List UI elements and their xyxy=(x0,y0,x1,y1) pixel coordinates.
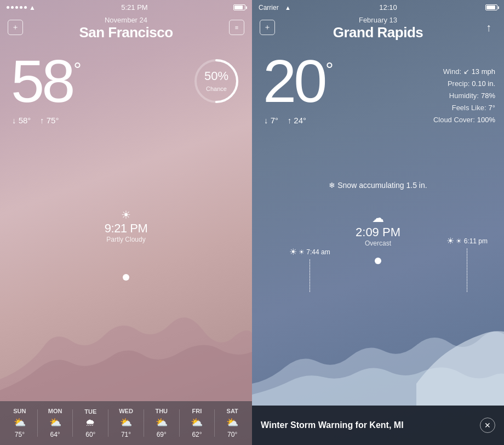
day-name-fri-l: FRI xyxy=(192,408,202,414)
day-icon-tue-l: 🌧 xyxy=(85,417,95,429)
status-left-r: Carrier ▲ xyxy=(259,4,291,12)
phone-right: Carrier ▲ 12:10 ＋ ↑ February 13 Grand Ra… xyxy=(252,0,504,445)
hi-temp-left: ↑ 75° xyxy=(40,116,59,125)
sunrise-marker: ☀ ☀ 7:44 am xyxy=(289,247,330,294)
wind-label: Wind: xyxy=(443,66,461,78)
day-temp-fri-l: 62° xyxy=(192,431,202,438)
lo-temp-left: ↓ 58° xyxy=(12,116,31,125)
sunset-icon-group: ☀ ☀ 6:11 pm xyxy=(446,236,488,246)
day-name-thu-l: THU xyxy=(155,408,168,414)
day-temp-mon-l: 64° xyxy=(50,431,60,438)
wifi-icon: ▲ xyxy=(29,4,36,12)
main-temp-row-left: 58 ° 50% Chance xyxy=(0,45,252,111)
date-left: November 24 xyxy=(0,16,252,24)
overcast-icon: ☁ xyxy=(356,211,400,225)
sun-dot-right xyxy=(375,258,381,264)
sunrise-icon-group: ☀ ☀ 7:44 am xyxy=(289,247,330,257)
alert-bar: Winter Storm Warning for Kent, MI ✕ xyxy=(252,406,504,445)
mountain-svg-right xyxy=(252,296,504,406)
day-icon-mon-l: ⛅ xyxy=(49,417,61,429)
status-right-r xyxy=(485,4,497,10)
day-icon-fri-l: ⛅ xyxy=(191,417,203,429)
time-block-left: ☀ 9:21 PM Partly Cloudy xyxy=(105,208,147,243)
sunrise-time: ☀ 7:44 am xyxy=(299,248,330,256)
battery-fill-right xyxy=(486,5,495,9)
snow-notice-text: ❄ Snow accumulating 1.5 in. xyxy=(329,181,427,190)
temp-deg-right: ° xyxy=(325,59,333,82)
day-name-sun-l: SUN xyxy=(13,408,26,414)
date-right: February 13 xyxy=(252,16,504,24)
hi-temp-right: ↑ 24° xyxy=(288,116,306,125)
dot3 xyxy=(15,6,18,9)
battery-right xyxy=(485,4,497,10)
time-icon-left: ☀ xyxy=(105,208,147,221)
day-icon-wed-l: ⛅ xyxy=(120,417,132,429)
feels-label: Feels Like: xyxy=(452,102,486,114)
day-thu-left: THU ⛅ 69° xyxy=(144,408,179,438)
main-temp-left: 58 xyxy=(11,51,72,111)
mountain-svg-left xyxy=(0,281,252,401)
precip-pct: 50% xyxy=(204,69,228,83)
feels-val: 7° xyxy=(489,102,495,114)
day-sun-left: SUN ⛅ 75° xyxy=(2,408,37,438)
humidity-val: 78% xyxy=(481,90,495,102)
day-icon-sun-l: ⛅ xyxy=(14,417,26,429)
cloud-val: 100% xyxy=(477,114,495,126)
time-label-left: Partly Cloudy xyxy=(105,236,147,243)
snow-notice: ❄ Snow accumulating 1.5 in. xyxy=(252,181,504,190)
temp-deg-left: ° xyxy=(73,59,81,82)
sunset-icon: ☀ xyxy=(446,236,454,246)
status-bar-left: ▲ 5:21 PM xyxy=(0,0,252,14)
day-name-wed-l: WED xyxy=(119,408,133,414)
sunset-marker: ☀ ☀ 6:11 pm xyxy=(446,236,488,294)
day-icon-sat-l: ⛅ xyxy=(226,417,238,429)
day-icon-thu-l: ⛅ xyxy=(156,417,168,429)
dot2 xyxy=(11,6,14,9)
dot1 xyxy=(7,6,9,9)
day-mon-left: MON ⛅ 64° xyxy=(38,408,73,438)
day-tue-left: TUE 🌧 60° xyxy=(73,408,108,438)
temp-group-left: 58 ° xyxy=(11,51,82,111)
precip-circle: 50% Chance xyxy=(192,56,241,106)
precip-val-r: 0.10 in. xyxy=(472,78,495,90)
wind-val: ↙ 13 mph xyxy=(463,66,495,78)
carrier-label: Carrier xyxy=(259,4,279,12)
sunrise-icon: ☀ xyxy=(289,247,297,257)
sunset-time: ☀ 6:11 pm xyxy=(456,237,488,245)
humidity-label: Humidity: xyxy=(449,90,479,102)
day-temp-sat-l: 70° xyxy=(227,431,237,438)
status-left: ▲ xyxy=(7,4,36,12)
detail-wind: Wind: ↙ 13 mph xyxy=(433,66,495,78)
day-name-sat-l: SAT xyxy=(227,408,238,414)
battery-fill-left xyxy=(234,5,243,9)
sunset-line xyxy=(467,248,467,292)
day-name-mon-l: MON xyxy=(48,408,62,414)
overcast-time: 2:09 PM xyxy=(356,225,400,239)
main-temp-right: 20 xyxy=(263,51,324,111)
sunrise-line xyxy=(310,259,310,292)
dot5 xyxy=(24,6,27,9)
detail-cloud: Cloud Cover: 100% xyxy=(433,114,495,126)
weather-details: Wind: ↙ 13 mph Precip: 0.10 in. Humidity… xyxy=(433,66,495,126)
temp-group-right: 20 ° xyxy=(263,51,334,111)
day-wed-left: WED ⛅ 71° xyxy=(108,408,144,438)
detail-precip: Precip: 0.10 in. xyxy=(433,78,495,90)
day-temp-thu-l: 69° xyxy=(157,431,167,438)
forecast-bar-left: SUN ⛅ 75° MON ⛅ 64° TUE 🌧 60° WED ⛅ 71° … xyxy=(0,401,252,445)
day-temp-tue-l: 60° xyxy=(85,431,95,438)
alert-close-button[interactable]: ✕ xyxy=(480,418,495,433)
precip-label-r: Precip: xyxy=(448,78,469,90)
overcast-label: Overcast xyxy=(356,239,400,247)
phone-left: ▲ 5:21 PM ＋ ≡ November 24 San Francisco … xyxy=(0,0,252,445)
dot4 xyxy=(20,6,22,9)
day-temp-wed-l: 71° xyxy=(121,431,131,438)
status-time-left: 5:21 PM xyxy=(121,3,147,12)
day-temp-sun-l: 75° xyxy=(15,431,25,438)
sun-dot-left xyxy=(123,274,129,281)
detail-feels: Feels Like: 7° xyxy=(433,102,495,114)
detail-humidity: Humidity: 78% xyxy=(433,90,495,102)
lo-temp-right: ↓ 7° xyxy=(264,116,278,125)
precip-text: 50% Chance xyxy=(204,69,228,93)
status-right-left xyxy=(233,4,245,10)
time-val-left: 9:21 PM xyxy=(105,221,147,236)
